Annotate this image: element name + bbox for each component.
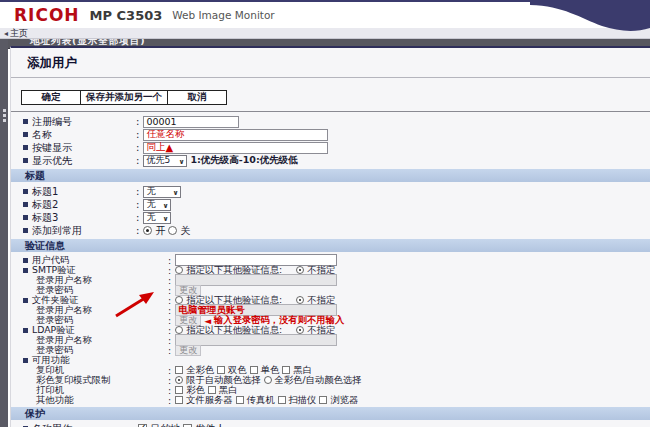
printer-bw-checkbox[interactable]: [208, 386, 216, 394]
auth-rows: 用户代码 : SMTP验证 : 指定以下其他验证信息: 不指定 登录用户名称 :: [11, 255, 650, 405]
full-auto-color-radio[interactable]: [264, 376, 272, 384]
priority-hint: 1:优先级高-10:优先级低: [190, 154, 297, 167]
bullet-icon: [23, 189, 28, 194]
title1-label: 标题1: [32, 185, 58, 199]
cancel-button[interactable]: 取消: [167, 90, 227, 105]
ldap-not-specify-radio[interactable]: [296, 326, 304, 334]
name-used-as-row: 名称用作 : 目的地 发件人: [11, 423, 650, 427]
smtp-not-specify-radio[interactable]: [296, 266, 304, 274]
registration-number-row: 注册编号 :: [11, 115, 650, 128]
title-divider: [11, 77, 650, 78]
key-display-row: 按键显示 : 同上: [11, 141, 650, 154]
section-header-auth: 验证信息: [11, 239, 650, 252]
registration-number-input[interactable]: [143, 116, 239, 128]
frequent-on-radio[interactable]: [143, 226, 152, 235]
add-user-panel: 添加用户 确定 保存并添加另一个 取消 注册编号 : 名称 : 按键显示 : 同…: [10, 46, 650, 427]
ldap-change-password-button[interactable]: 更改: [175, 345, 201, 356]
left-frame-strip[interactable]: [0, 39, 8, 427]
add-to-frequent-row: 添加到常用 : 开 关: [11, 224, 650, 237]
name-input[interactable]: [143, 129, 328, 141]
bullet-icon: [23, 119, 28, 124]
bullet-icon: [23, 258, 28, 263]
printer-model: MP C3503: [90, 8, 163, 23]
scanner-checkbox[interactable]: [278, 396, 286, 404]
bullet-icon: [23, 202, 28, 207]
bullet-icon: [23, 268, 28, 273]
title3-select[interactable]: 无: [143, 212, 171, 224]
fax-checkbox[interactable]: [236, 396, 244, 404]
copier-singlecolor-checkbox[interactable]: [250, 366, 258, 374]
copier-twocolor-checkbox[interactable]: [217, 366, 225, 374]
breadcrumb-home-link[interactable]: 主页: [10, 27, 28, 40]
title1-select[interactable]: 无: [143, 186, 181, 198]
display-priority-label: 显示优先: [32, 154, 72, 168]
key-display-label: 按键显示: [32, 141, 72, 155]
copier-bw-checkbox[interactable]: [282, 366, 290, 374]
chevron-down-icon: [173, 187, 179, 197]
frame-grip-icon: [0, 109, 8, 122]
scanner-label: 扫描仪: [289, 394, 317, 407]
app-name: Web Image Monitor: [172, 9, 274, 21]
folder-specify-radio[interactable]: [175, 296, 183, 304]
printer-color-checkbox[interactable]: [175, 386, 183, 394]
name-row: 名称 :: [11, 128, 650, 141]
back-arrow-icon: [4, 28, 8, 38]
sender-label: 发件人: [195, 422, 225, 427]
title3-label: 标题3: [32, 211, 58, 225]
frequent-off-radio[interactable]: [168, 226, 177, 235]
web-image-monitor-page: { "ui": { "colon": ":" }, "colors": { "b…: [0, 0, 650, 427]
add-user-form: 注册编号 : 名称 : 按键显示 : 同上 显示优先 : 优先: [11, 112, 650, 427]
title3-row: 标题3 : 无: [11, 211, 650, 224]
title2-selected-value: 无: [146, 198, 160, 211]
frequent-on-label: 开: [155, 224, 165, 238]
priority-selected-value: 优先5: [146, 154, 176, 167]
red-triangle-icon: [165, 142, 173, 153]
smtp-specify-radio[interactable]: [175, 266, 183, 274]
other-functions-row: 其他功能 : 文件服务器 传真机 扫描仪 浏览器: [11, 395, 650, 405]
name-label: 名称: [32, 128, 52, 142]
title1-selected-value: 无: [146, 185, 170, 198]
chevron-down-icon: [163, 213, 169, 223]
title2-row: 标题2 : 无: [11, 198, 650, 211]
bullet-icon: [23, 158, 28, 163]
bullet-icon: [23, 132, 28, 137]
registration-number-label: 注册编号: [32, 115, 72, 129]
ok-button[interactable]: 确定: [21, 90, 81, 105]
ldap-specify-radio[interactable]: [175, 326, 183, 334]
display-priority-row: 显示优先 : 优先5 1:优先级高-10:优先级低: [11, 154, 650, 167]
header-swoosh-decoration: [530, 0, 650, 32]
docserver-checkbox[interactable]: [175, 396, 183, 404]
ricoh-logo: RICOH: [14, 5, 80, 25]
section-header-protection: 保护: [11, 407, 650, 420]
add-to-frequent-label: 添加到常用: [32, 224, 82, 238]
browser-checkbox[interactable]: [319, 396, 327, 404]
action-button-row: 确定 保存并添加另一个 取消: [21, 90, 650, 105]
bullet-icon: [23, 298, 28, 303]
key-display-input[interactable]: 同上: [143, 142, 328, 154]
other-functions-label: 其他功能: [36, 394, 73, 407]
bullet-icon: [23, 358, 28, 363]
fax-label: 传真机: [247, 394, 275, 407]
frequent-off-label: 关: [180, 224, 190, 238]
name-used-as-label: 名称用作: [32, 422, 72, 427]
bullet-icon: [23, 145, 28, 150]
bullet-icon: [23, 228, 28, 233]
priority-select[interactable]: 优先5: [143, 155, 187, 167]
title2-label: 标题2: [32, 198, 58, 212]
title2-select[interactable]: 无: [143, 199, 171, 211]
copier-fullcolor-checkbox[interactable]: [175, 366, 183, 374]
save-and-add-button[interactable]: 保存并添加另一个: [80, 90, 168, 105]
destination-label: 目的地: [150, 422, 180, 427]
title1-row: 标题1 : 无: [11, 185, 650, 198]
folder-not-specify-radio[interactable]: [296, 296, 304, 304]
app-header: RICOH MP C3503 Web Image Monitor: [0, 2, 650, 28]
docserver-label: 文件服务器: [186, 394, 232, 407]
title3-selected-value: 无: [146, 211, 160, 224]
page-title: 添加用户: [11, 48, 650, 77]
key-display-value: 同上: [146, 141, 165, 154]
section-header-titles: 标题: [11, 169, 650, 182]
browser-label: 浏览器: [330, 394, 358, 407]
chevron-down-icon: [163, 200, 169, 210]
protection-rows: 名称用作 : 目的地 发件人 保护目的地: [11, 423, 650, 427]
bullet-icon: [23, 215, 28, 220]
